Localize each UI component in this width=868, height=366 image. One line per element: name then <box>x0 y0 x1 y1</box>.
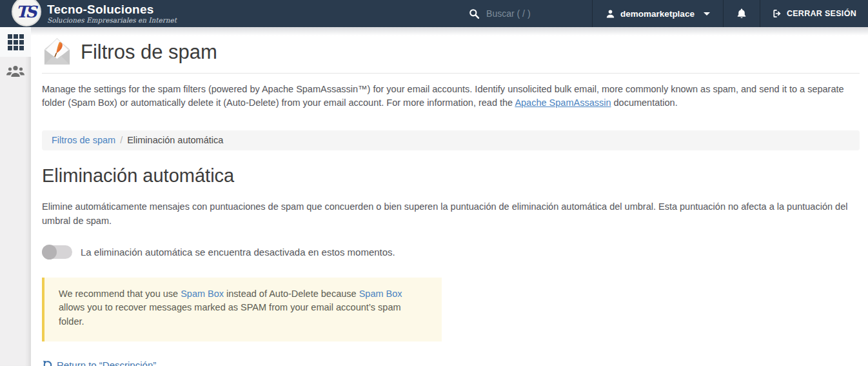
page-header: Filtros de spam <box>42 27 860 67</box>
return-icon <box>42 360 53 366</box>
user-menu-label: demomarketplace <box>620 9 695 19</box>
breadcrumb-link-spam-filters[interactable]: Filtros de spam <box>52 135 115 145</box>
caret-down-icon <box>704 12 710 15</box>
toggle-status-label: La eliminación automática se encuentra d… <box>81 247 395 258</box>
logout-label: CERRAR SESIÓN <box>787 9 856 18</box>
header-search[interactable] <box>460 0 592 27</box>
page-title: Filtros de spam <box>81 41 217 64</box>
main-content: Filtros de spam Manage the settings for … <box>31 27 868 366</box>
callout-text-2: instead of Auto-Delete because <box>224 289 359 299</box>
spam-box-link-1[interactable]: Spam Box <box>181 289 224 299</box>
logo-monogram: TS <box>16 3 37 21</box>
search-icon <box>469 8 480 19</box>
section-heading: Eliminación automática <box>42 165 860 187</box>
auto-delete-toggle-row: La eliminación automática se encuentra d… <box>42 245 860 259</box>
breadcrumb-current: Eliminación automática <box>127 135 223 145</box>
intro-text-before: Manage the settings for the spam filters… <box>42 84 844 108</box>
search-input[interactable] <box>486 8 577 19</box>
breadcrumb: Filtros de spam / Eliminación automática <box>42 130 860 150</box>
bell-icon <box>736 8 747 19</box>
logout-icon <box>772 8 782 19</box>
user-icon <box>606 9 615 19</box>
logo-circle-icon: TS <box>12 0 41 26</box>
auto-delete-toggle[interactable] <box>42 245 72 259</box>
brand-name: Tecno-Soluciones <box>47 3 177 16</box>
user-menu-button[interactable]: demomarketplace <box>593 0 723 27</box>
spam-filters-icon <box>42 37 72 67</box>
return-link[interactable]: Return to “Descripción” <box>42 360 156 366</box>
users-icon <box>6 65 25 79</box>
brand-tagline: Soluciones Empresariales en Internet <box>47 17 177 24</box>
grid-icon <box>8 34 24 50</box>
callout-text-1: We recommend that you use <box>59 289 181 299</box>
brand-logo[interactable]: TS Tecno-Soluciones Soluciones Empresari… <box>12 1 177 26</box>
sidebar-item-user-manager[interactable] <box>0 57 31 86</box>
logout-button[interactable]: CERRAR SESIÓN <box>760 0 868 27</box>
section-description: Elimine automáticamente mensajes con pun… <box>42 200 860 229</box>
divider <box>42 73 860 74</box>
page-intro: Manage the settings for the spam filters… <box>42 83 860 110</box>
return-row: Return to “Descripción” <box>42 360 860 366</box>
intro-text-after: documentation. <box>611 97 677 108</box>
return-link-label: Return to “Descripción” <box>57 360 156 366</box>
apache-spamassassin-link[interactable]: Apache SpamAssassin <box>515 97 611 108</box>
spam-box-link-2[interactable]: Spam Box <box>359 289 402 299</box>
breadcrumb-separator: / <box>120 135 123 145</box>
recommendation-callout: We recommend that you use Spam Box inste… <box>42 278 442 341</box>
notifications-button[interactable] <box>724 0 760 27</box>
sidebar-item-tools[interactable] <box>0 27 31 57</box>
left-sidebar <box>0 27 31 366</box>
toggle-knob <box>42 245 57 259</box>
callout-text-3: allows you to recover messages marked as… <box>59 302 401 327</box>
top-header: TS Tecno-Soluciones Soluciones Empresari… <box>0 0 868 27</box>
